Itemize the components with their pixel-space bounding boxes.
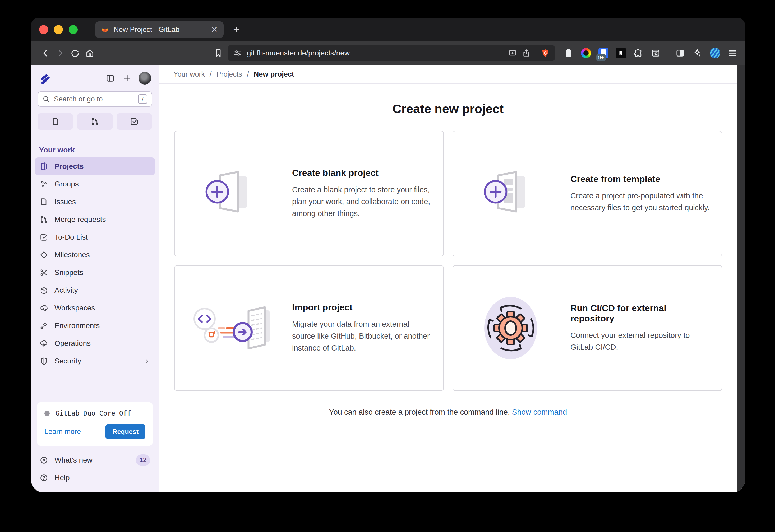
snippets-scissors-icon: [40, 268, 48, 277]
browser-tab[interactable]: New Project · GitLab ✕: [95, 21, 224, 38]
create-blank-project-card[interactable]: Create blank project Create a blank proj…: [174, 131, 444, 256]
search-input[interactable]: Search or go to... /: [38, 91, 152, 107]
window-controls: [39, 25, 78, 34]
show-command-link[interactable]: Show command: [512, 408, 567, 416]
instance-logo-icon[interactable]: [39, 72, 52, 85]
import-illustration: [190, 303, 275, 353]
sidebar-item-label: Security: [54, 357, 81, 365]
site-settings-icon[interactable]: [233, 49, 242, 58]
home-button[interactable]: [82, 46, 97, 60]
shortcut-merge-requests-button[interactable]: [77, 113, 113, 130]
workspaces-cloud-icon: [40, 304, 48, 312]
plus-icon: [123, 74, 132, 83]
issues-icon: [51, 117, 60, 126]
close-window-button[interactable]: [39, 25, 48, 34]
search-shortcut-key: /: [138, 94, 147, 104]
shortcut-todo-button[interactable]: [117, 113, 152, 130]
sidebar-item-security[interactable]: Security: [35, 352, 155, 370]
sidebar-section-label: Your work: [31, 138, 159, 157]
tab-close-icon[interactable]: ✕: [211, 25, 218, 34]
sidebar-item-workspaces[interactable]: Workspaces: [35, 299, 155, 317]
duo-request-button[interactable]: Request: [105, 424, 145, 439]
shortcut-issues-button[interactable]: [38, 113, 73, 130]
sidebar-item-label: Groups: [54, 180, 79, 188]
todo-check-icon: [130, 117, 139, 126]
sidebar-item-label: Milestones: [54, 251, 90, 259]
help-label: Help: [54, 474, 70, 482]
breadcrumb-separator: /: [210, 70, 212, 78]
leo-ai-sparkle-icon[interactable]: [692, 48, 703, 59]
sidebar-item-label: Issues: [54, 198, 76, 206]
sidebar-item-label: Merge requests: [54, 215, 106, 224]
gitlab-duo-card: GitLab Duo Core Off Learn more Request: [37, 402, 153, 446]
sidebar-collapse-button[interactable]: [104, 72, 116, 84]
url-bar[interactable]: git.fh-muenster.de/projects/new: [228, 45, 555, 61]
chevron-right-icon: [143, 358, 150, 365]
sidebar-item-projects[interactable]: Projects: [35, 157, 155, 175]
help-item[interactable]: Help: [35, 469, 155, 487]
compass-icon: [40, 456, 48, 464]
sidebar-item-merge-requests[interactable]: Merge requests: [35, 211, 155, 228]
project-type-cards: Create blank project Create a blank proj…: [174, 131, 722, 391]
zoom-window-button[interactable]: [69, 25, 78, 34]
browser-tab-bar: New Project · GitLab ✕ +: [31, 18, 745, 41]
security-shield-icon: [40, 357, 48, 365]
minimize-window-button[interactable]: [54, 25, 63, 34]
breadcrumb-projects[interactable]: Projects: [216, 70, 242, 78]
breadcrumb: Your work / Projects / New project: [159, 65, 737, 84]
import-project-card[interactable]: Import project Migrate your data from an…: [174, 265, 444, 391]
tab-title: New Project · GitLab: [114, 26, 206, 34]
blank-project-illustration: [190, 169, 275, 219]
duo-learn-more-link[interactable]: Learn more: [44, 428, 81, 436]
run-cicd-external-repo-card[interactable]: Run CI/CD for external repository Connec…: [453, 265, 722, 391]
sidebar-item-environments[interactable]: Environments: [35, 317, 155, 334]
brave-sync-ball-icon[interactable]: [709, 48, 721, 59]
sidebar-item-milestones[interactable]: Milestones: [35, 246, 155, 264]
forward-button[interactable]: [53, 46, 68, 60]
sidebar-item-issues[interactable]: Issues: [35, 193, 155, 211]
url-text[interactable]: git.fh-muenster.de/projects/new: [247, 49, 503, 57]
environments-icon: [40, 321, 48, 330]
create-from-template-card[interactable]: Create from template Create a project pr…: [453, 131, 722, 256]
reading-mode-icon[interactable]: [508, 49, 517, 58]
bookmark-button[interactable]: [211, 46, 226, 60]
sidebar-item-snippets[interactable]: Snippets: [35, 264, 155, 281]
extensions-row: 9+: [563, 48, 738, 59]
issues-icon: [40, 198, 48, 206]
share-icon[interactable]: [522, 49, 531, 58]
brave-shield-icon[interactable]: [541, 49, 550, 58]
toolbar-divider: [668, 49, 668, 58]
sidebar-toggle-icon[interactable]: [675, 48, 686, 59]
sidebar-item-todo-list[interactable]: To-Do List: [35, 228, 155, 246]
blue-extension-icon[interactable]: 9+: [598, 48, 609, 59]
reload-button[interactable]: [68, 46, 82, 60]
gitlab-favicon-icon: [101, 26, 109, 34]
merge-request-icon: [90, 117, 99, 126]
sidebar-item-activity[interactable]: Activity: [35, 281, 155, 299]
user-avatar[interactable]: [138, 72, 151, 85]
todo-check-icon: [40, 233, 48, 241]
menu-hamburger-icon[interactable]: [727, 48, 738, 59]
back-icon: [41, 48, 50, 58]
whats-new-item[interactable]: What's new 12: [35, 451, 155, 469]
clipboard-extension-icon[interactable]: [563, 48, 574, 59]
sidebar-item-label: Snippets: [54, 268, 83, 277]
breadcrumb-your-work[interactable]: Your work: [173, 70, 205, 78]
sidebar-item-groups[interactable]: Groups: [35, 175, 155, 193]
bookmark-icon: [213, 48, 223, 58]
operations-cloud-gear-icon: [40, 339, 48, 348]
bookmark-extension-icon[interactable]: [615, 48, 627, 59]
card-description: Create a project pre-populated with the …: [571, 190, 711, 214]
create-new-button[interactable]: [121, 72, 133, 84]
colorwheel-extension-icon[interactable]: [581, 48, 592, 59]
forward-icon: [55, 48, 65, 58]
duo-status-text: GitLab Duo Core Off: [55, 409, 131, 417]
extensions-puzzle-icon[interactable]: [633, 48, 644, 59]
whats-new-badge: 12: [136, 454, 150, 466]
sidebar: Search or go to... / Your work: [31, 65, 159, 492]
new-tab-button[interactable]: +: [233, 24, 240, 35]
page-search-extension-icon[interactable]: [650, 48, 661, 59]
duo-status-row: GitLab Duo Core Off: [44, 409, 145, 417]
sidebar-item-operations[interactable]: Operations: [35, 334, 155, 352]
back-button[interactable]: [38, 46, 53, 60]
